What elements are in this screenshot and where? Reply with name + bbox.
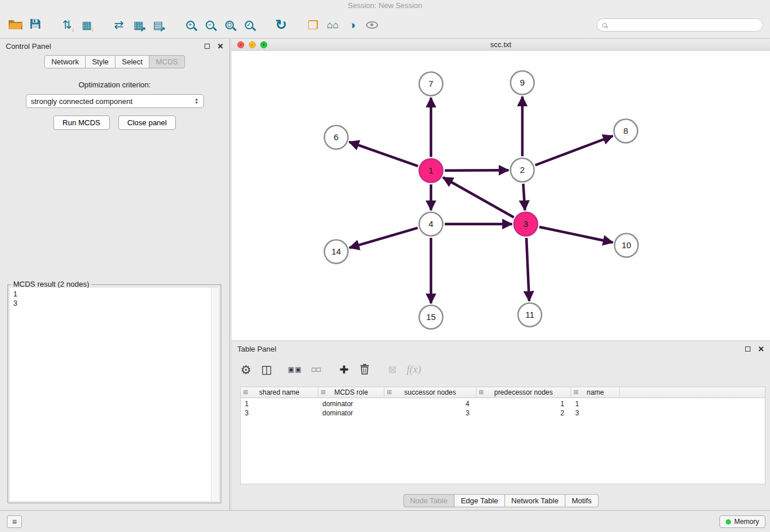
graph-node-11[interactable]: 11: [518, 303, 542, 327]
graph-node-8[interactable]: 8: [614, 119, 638, 143]
select-all-rows-icon[interactable]: ▣▣: [288, 363, 302, 376]
refresh-layout-icon[interactable]: ↻: [271, 14, 291, 36]
memory-label: Memory: [734, 518, 759, 526]
graph-node-2[interactable]: 2: [511, 159, 534, 182]
graph-node-15[interactable]: 15: [419, 306, 443, 329]
delete-column-icon[interactable]: [359, 363, 371, 376]
network-canvas[interactable]: 7968124314101511: [232, 51, 770, 340]
table-cell[interactable]: 2: [476, 408, 571, 418]
graph-edge-3-10[interactable]: [539, 227, 613, 242]
add-column-icon[interactable]: ✚: [338, 363, 351, 376]
mcds-result-groupbox: MCDS result (2 nodes) 13: [7, 284, 221, 503]
table-cell[interactable]: dominator: [318, 399, 384, 408]
export-image-icon[interactable]: ▤↗: [148, 14, 168, 36]
control-panel-tabs: NetworkStyleSelectMCDS: [0, 55, 229, 68]
memory-button[interactable]: Memory: [719, 515, 765, 528]
save-session-icon[interactable]: [25, 14, 45, 36]
graph-node-3[interactable]: 3: [514, 213, 538, 236]
svg-text:1: 1: [429, 165, 433, 175]
table-row[interactable]: 1dominator411: [241, 399, 765, 408]
svg-text:7: 7: [429, 79, 433, 88]
table-cell[interactable]: 3: [241, 408, 318, 418]
graph-node-14[interactable]: 14: [325, 240, 348, 264]
column-header-shared-name[interactable]: ⊞shared name: [241, 387, 318, 398]
svg-text:14: 14: [332, 246, 341, 256]
graph-edge-2-3[interactable]: [523, 184, 525, 210]
criterion-dropdown[interactable]: strongly connected component ▲▼: [26, 94, 204, 108]
graph-node-9[interactable]: 9: [511, 71, 534, 95]
search-box[interactable]: [596, 18, 763, 32]
table-cell[interactable]: 4: [384, 399, 476, 408]
delete-table-icon[interactable]: ⊠: [386, 363, 399, 376]
new-network-icon[interactable]: ⇄: [109, 14, 129, 36]
column-header-successor-nodes[interactable]: ⊞successor nodes: [384, 387, 476, 398]
column-header-MCDS-role[interactable]: ⊞MCDS role: [318, 387, 384, 398]
close-panel-icon[interactable]: ✕: [217, 43, 224, 50]
tab-edge-table[interactable]: Edge Table: [454, 494, 505, 507]
graph-edge-3-11[interactable]: [526, 238, 529, 301]
column-settings-icon[interactable]: ⚙: [240, 363, 252, 376]
result-scrollbar[interactable]: [211, 288, 219, 501]
window-controls: ×−+: [237, 41, 267, 48]
import-table-icon[interactable]: ▦↓: [77, 14, 97, 36]
graph-node-10[interactable]: 10: [615, 234, 638, 257]
magnifier-symbol: ✓: [247, 22, 251, 28]
float-panel-icon[interactable]: [205, 44, 210, 49]
export-table-icon[interactable]: ▦↗: [129, 14, 148, 36]
graph-edge-1-2[interactable]: [445, 170, 509, 171]
graph-edge-2-8[interactable]: [535, 136, 613, 165]
tab-mcds[interactable]: MCDS: [149, 55, 184, 68]
table-row[interactable]: 3dominator323: [241, 408, 765, 418]
tab-network[interactable]: Network: [44, 55, 86, 68]
column-header-name[interactable]: ⊞name: [571, 387, 620, 398]
close-window-icon[interactable]: ×: [237, 41, 244, 48]
zoom-selected-icon[interactable]: ✓: [239, 14, 259, 36]
function-builder-icon[interactable]: f(x): [407, 363, 421, 376]
command-document-icon[interactable]: ❐: [303, 14, 323, 36]
close-table-panel-icon[interactable]: ✕: [758, 345, 764, 353]
first-neighbors-icon[interactable]: ⌂⌂: [323, 14, 342, 36]
zoom-in-icon[interactable]: +: [180, 14, 200, 36]
tab-motifs[interactable]: Motifs: [565, 494, 599, 507]
import-network-icon[interactable]: ⇅↓: [57, 14, 77, 36]
svg-text:4: 4: [429, 219, 433, 229]
float-table-panel-icon[interactable]: [745, 346, 750, 352]
graph-node-4[interactable]: 4: [419, 213, 443, 236]
column-edit-icon: ⊞: [479, 390, 483, 395]
network-view: ×−+ scc.txt 7968124314101511: [232, 39, 770, 340]
task-history-button[interactable]: ≡: [7, 515, 22, 528]
table-cell[interactable]: 1: [571, 399, 620, 408]
table-cell[interactable]: 1: [476, 399, 571, 408]
open-file-icon[interactable]: [6, 14, 25, 36]
table-cell[interactable]: 1: [241, 399, 318, 408]
search-input[interactable]: [611, 21, 757, 29]
hide-details-icon[interactable]: [362, 14, 382, 36]
tab-select[interactable]: Select: [115, 55, 149, 68]
graph-edge-1-6[interactable]: [349, 142, 418, 166]
run-mcds-button[interactable]: Run MCDS: [53, 115, 110, 130]
tab-network-table[interactable]: Network Table: [505, 494, 565, 507]
minimize-window-icon[interactable]: −: [249, 41, 256, 48]
graphics-details-icon[interactable]: ◑: [342, 14, 362, 36]
column-header-predecessor-nodes[interactable]: ⊞predecessor nodes: [476, 387, 571, 398]
graph-node-7[interactable]: 7: [419, 72, 443, 96]
table-header-row: ⊞shared name⊞MCDS role⊞successor nodes⊞p…: [241, 387, 765, 398]
tab-node-table[interactable]: Node Table: [403, 494, 455, 507]
table-cell[interactable]: 3: [384, 408, 476, 418]
close-panel-button[interactable]: Close panel: [118, 115, 176, 130]
svg-text:6: 6: [334, 132, 338, 142]
table-cell[interactable]: dominator: [318, 408, 384, 418]
table-toolbar: ⚙◫▣▣□□✚⊠f(x): [232, 356, 770, 380]
zoom-fit-icon[interactable]: ◻: [220, 14, 239, 36]
tab-style[interactable]: Style: [85, 55, 116, 68]
graph-node-6[interactable]: 6: [325, 126, 348, 149]
zoom-window-icon[interactable]: +: [260, 41, 267, 48]
choose-columns-icon[interactable]: ◫: [260, 363, 273, 376]
deselect-all-rows-icon[interactable]: □□: [310, 363, 323, 376]
svg-text:2: 2: [520, 165, 525, 175]
table-cell[interactable]: 3: [571, 408, 620, 418]
graph-node-1[interactable]: 1: [419, 159, 443, 183]
graph-edge-4-14[interactable]: [349, 228, 418, 248]
graph-edge-3-1[interactable]: [443, 178, 514, 217]
zoom-out-icon[interactable]: −: [200, 14, 220, 36]
